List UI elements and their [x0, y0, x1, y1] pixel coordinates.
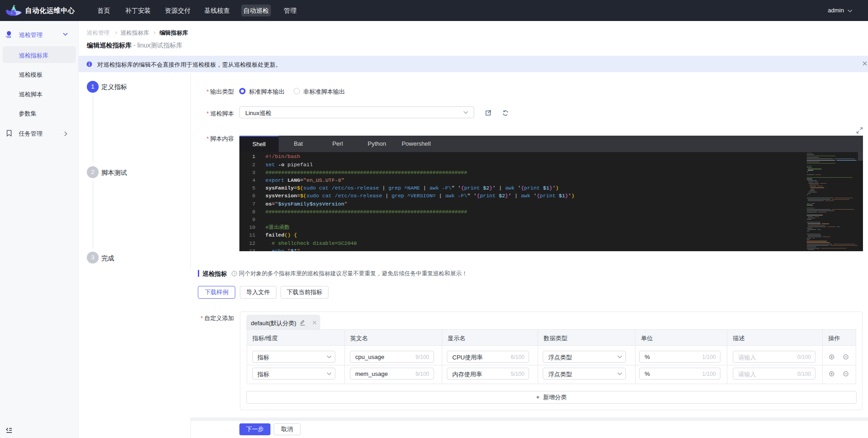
svg-text:?: ? [233, 272, 236, 276]
